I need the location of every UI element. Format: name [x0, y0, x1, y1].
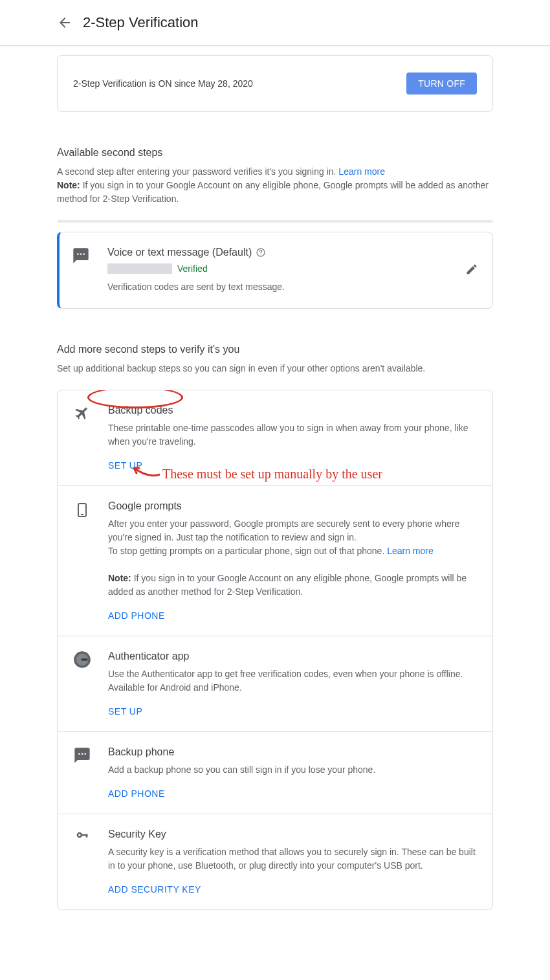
available-heading: Available second steps — [57, 147, 493, 159]
google-prompts-add-phone-link[interactable]: ADD PHONE — [108, 610, 165, 621]
method-backup-codes: Backup codes These printable one-time pa… — [58, 390, 492, 485]
authenticator-icon — [72, 651, 93, 717]
default-method-title-text: Voice or text message (Default) — [107, 247, 252, 258]
google-prompts-note-text: If you sign in to your Google Account on… — [108, 573, 467, 597]
status-card: 2-Step Verification is ON since May 28, … — [57, 55, 493, 112]
google-prompts-note-label: Note: — [108, 573, 131, 583]
backup-codes-title: Backup codes — [108, 405, 478, 416]
turn-off-button[interactable]: TURN OFF — [406, 72, 477, 95]
backup-codes-desc: These printable one-time passcodes allow… — [108, 421, 478, 449]
verified-label: Verified — [177, 263, 208, 274]
authenticator-setup-link[interactable]: SET UP — [108, 706, 142, 717]
status-text: 2-Step Verification is ON since May 28, … — [73, 78, 253, 89]
svg-point-7 — [78, 834, 80, 836]
phone-icon — [72, 500, 93, 621]
default-method-desc: Verification codes are sent by text mess… — [107, 280, 465, 294]
sms-icon — [71, 247, 91, 294]
phone-number-redacted — [107, 263, 172, 274]
method-backup-phone: Backup phone Add a backup phone so you c… — [58, 731, 492, 814]
airplane-icon — [72, 405, 93, 471]
method-security-key: Security Key A security key is a verific… — [58, 814, 492, 909]
available-desc-text: A second step after entering your passwo… — [57, 166, 338, 177]
available-note-text: If you sign in to your Google Account on… — [57, 180, 489, 204]
default-method-card: Voice or text message (Default) Verified… — [57, 232, 493, 309]
google-prompts-desc: After you enter your password, Google pr… — [108, 517, 478, 599]
available-description: A second step after entering your passwo… — [57, 165, 493, 206]
divider — [57, 220, 493, 223]
google-prompts-desc2: To stop getting prompts on a particular … — [108, 546, 387, 556]
more-heading: Add more second steps to verify it's you — [57, 344, 493, 355]
authenticator-title: Authenticator app — [108, 651, 478, 662]
back-arrow-icon[interactable] — [57, 15, 72, 30]
default-method-title: Voice or text message (Default) — [107, 247, 465, 258]
page-title: 2-Step Verification — [83, 14, 199, 31]
backup-phone-title: Backup phone — [108, 746, 478, 758]
security-key-desc: A security key is a verification method … — [108, 845, 478, 873]
method-google-prompts: Google prompts After you enter your pass… — [58, 485, 492, 636]
authenticator-desc: Use the Authenticator app to get free ve… — [108, 667, 478, 695]
more-desc: Set up additional backup steps so you ca… — [57, 362, 493, 375]
svg-point-1 — [261, 254, 261, 255]
google-prompts-title: Google prompts — [108, 500, 478, 512]
backup-codes-setup-link[interactable]: SET UP — [108, 460, 142, 471]
available-learn-more-link[interactable]: Learn more — [338, 166, 385, 177]
security-key-add-link[interactable]: ADD SECURITY KEY — [108, 884, 201, 895]
available-note-label: Note: — [57, 180, 80, 190]
edit-icon[interactable] — [465, 263, 478, 278]
google-prompts-learn-more-link[interactable]: Learn more — [387, 546, 434, 556]
key-icon — [72, 829, 93, 895]
backup-phone-desc: Add a backup phone so you can still sign… — [108, 763, 478, 777]
page-header: 2-Step Verification — [0, 0, 550, 46]
methods-list: Backup codes These printable one-time pa… — [57, 390, 493, 910]
method-authenticator: Authenticator app Use the Authenticator … — [58, 636, 492, 731]
google-prompts-desc1: After you enter your password, Google pr… — [108, 518, 459, 542]
svg-rect-9 — [86, 834, 88, 838]
security-key-title: Security Key — [108, 829, 478, 840]
sms-icon-2 — [72, 746, 93, 799]
backup-phone-add-link[interactable]: ADD PHONE — [108, 788, 165, 799]
help-icon[interactable] — [256, 247, 266, 258]
